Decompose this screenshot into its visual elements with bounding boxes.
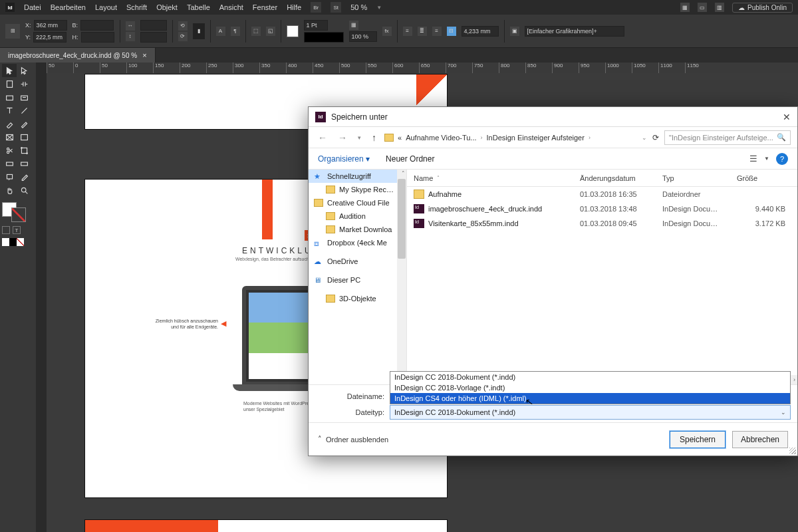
menu-hilfe[interactable]: Hilfe	[287, 3, 301, 11]
cancel-button[interactable]: Abbrechen	[732, 431, 788, 448]
color-mode-strip[interactable]	[2, 238, 31, 246]
distribute-icon[interactable]: ⊟	[447, 27, 456, 36]
chevron-down-icon[interactable]: ▼	[376, 5, 382, 11]
type-tool[interactable]	[2, 104, 17, 117]
pencil-tool[interactable]	[17, 117, 31, 130]
scale-x-icon[interactable]: ↔	[126, 21, 135, 31]
refresh-button[interactable]: ⟳	[652, 133, 659, 142]
menu-ansicht[interactable]: Ansicht	[219, 3, 243, 11]
view-mode-button[interactable]: ☰	[749, 154, 757, 164]
corner-icon[interactable]: ◱	[266, 27, 275, 36]
publish-online-button[interactable]: ☁Publish Onlin	[732, 3, 793, 13]
gap-tool[interactable]	[17, 77, 31, 90]
align-left-icon[interactable]: ≡	[403, 27, 412, 36]
zoom-level[interactable]: 50 %	[350, 3, 367, 11]
rotate-cw-icon[interactable]: ⟳	[178, 32, 188, 41]
color-apply-mode[interactable]: T	[2, 226, 31, 234]
nav-history-button[interactable]: ▾	[355, 134, 364, 141]
dialog-close-button[interactable]: ✕	[783, 112, 791, 122]
object-style-field[interactable]: [Einfacher Grafikrahmen]+	[525, 26, 624, 37]
scroll-thumb[interactable]	[398, 179, 406, 259]
frame-fit-icon[interactable]: ▣	[510, 27, 519, 36]
tree-scrollbar[interactable]: ˄ ˅	[397, 170, 406, 384]
filetype-option-indt[interactable]: InDesign CC 2018-Vorlage (*.indt)	[390, 382, 790, 393]
hand-tool[interactable]	[2, 184, 17, 197]
note-tool[interactable]	[2, 170, 17, 184]
tree-item[interactable]: Creative Cloud File	[309, 196, 406, 209]
help-button[interactable]: ?	[776, 153, 788, 165]
col-date[interactable]: Änderungsdatum	[573, 174, 656, 182]
menu-fenster[interactable]: Fenster	[253, 3, 277, 11]
scissors-tool[interactable]	[2, 144, 17, 157]
close-tab-icon[interactable]: ×	[142, 51, 146, 59]
nav-back-button[interactable]: ←	[315, 132, 330, 143]
content-placer-tool[interactable]	[17, 90, 31, 104]
tree-item[interactable]: 🖥Dieser PC	[309, 273, 406, 287]
crumb-dropdown-icon[interactable]: ⌄	[642, 134, 647, 141]
breadcrumb[interactable]: « Aufnahme Video-Tu... › InDesign Einste…	[384, 134, 647, 142]
stroke-style-field[interactable]	[304, 32, 344, 43]
free-transform-tool[interactable]	[17, 144, 31, 157]
scroll-right-icon[interactable]: ›	[791, 376, 797, 383]
screen-mode-icon[interactable]: ▭	[698, 3, 707, 12]
search-field[interactable]: "InDesign Einsteiger Aufsteige... 🔍	[664, 130, 791, 145]
stroke-weight-field[interactable]: 1 Pt	[304, 20, 328, 31]
align-center-icon[interactable]: ≣	[418, 27, 427, 36]
fill-swatch[interactable]	[287, 25, 299, 37]
hide-folders-toggle[interactable]: ˄Ordner ausblenden	[318, 435, 388, 444]
eyedropper-tool[interactable]	[17, 170, 31, 184]
col-size[interactable]: Größe	[730, 174, 797, 182]
h-field[interactable]	[81, 32, 114, 43]
content-collector-tool[interactable]	[2, 90, 17, 104]
tree-item[interactable]: ☁OneDrive	[309, 255, 406, 268]
col-type[interactable]: Typ	[656, 174, 730, 182]
menu-bearbeiten[interactable]: Bearbeiten	[51, 3, 86, 11]
gradient-feather-tool[interactable]	[17, 157, 31, 170]
opacity-field[interactable]: 100 %	[349, 31, 377, 42]
scale-x-field[interactable]	[140, 20, 167, 31]
document-tab[interactable]: imagebroschuere_4eck_druck.indd @ 50 % ×	[0, 48, 156, 63]
effects-icon[interactable]: fx	[382, 27, 392, 36]
file-row[interactable]: Aufnahme01.03.2018 16:35Dateiordner	[407, 187, 797, 201]
tree-item[interactable]: My Skype Rec…	[309, 183, 406, 196]
crumb-segment-1[interactable]: Aufnahme Video-Tu...	[406, 134, 476, 142]
para-icon[interactable]: ¶	[231, 27, 240, 36]
tree-item[interactable]: ⧈Dropbox (4eck Me	[309, 236, 406, 249]
rotate-ccw-icon[interactable]: ⟲	[178, 21, 188, 31]
scale-y-icon[interactable]: ↕	[126, 32, 135, 41]
bridge-button[interactable]: Br	[311, 2, 321, 13]
pen-tool[interactable]	[2, 117, 17, 130]
page-tool[interactable]	[2, 77, 17, 90]
x-field[interactable]: 362 mm	[34, 20, 67, 31]
rectangle-frame-tool[interactable]	[2, 130, 17, 144]
gradient-swatch-tool[interactable]	[2, 157, 17, 170]
spacing-field[interactable]: 4,233 mm	[462, 26, 499, 37]
file-row[interactable]: Visitenkarte_85x55mm.indd01.03.2018 09:4…	[407, 216, 797, 231]
file-row[interactable]: imagebroschuere_4eck_druck.indd01.03.201…	[407, 201, 797, 216]
char-icon[interactable]: A	[216, 27, 225, 36]
col-name[interactable]: Name˄	[407, 174, 573, 182]
tree-item[interactable]: ★Schnellzugriff	[309, 170, 406, 183]
align-right-icon[interactable]: ≡	[432, 27, 442, 36]
view-options-icon[interactable]: ▦	[680, 3, 690, 12]
selection-tool[interactable]	[2, 64, 17, 77]
nav-up-button[interactable]: ↑	[369, 132, 379, 143]
tree-item[interactable]: Market Downloa	[309, 223, 406, 236]
direct-selection-tool[interactable]	[17, 64, 31, 77]
rectangle-tool[interactable]	[17, 130, 31, 144]
fill-stroke-swatch[interactable]	[2, 202, 26, 222]
scroll-up-icon[interactable]: ˄	[402, 170, 405, 177]
flip-icon[interactable]: ▮	[193, 23, 205, 39]
filetype-select[interactable]: InDesign CC 2018-Dokument (*.indd)⌄	[390, 405, 791, 420]
zoom-tool[interactable]	[17, 184, 31, 197]
arrange-icon[interactable]: ▥	[715, 3, 724, 12]
menu-datei[interactable]: Datei	[24, 3, 41, 11]
save-button[interactable]: Speichern	[670, 431, 726, 448]
stock-button[interactable]: St	[331, 2, 341, 13]
menu-tabelle[interactable]: Tabelle	[187, 3, 210, 11]
align-stroke-icon[interactable]: ▦	[349, 21, 358, 30]
organize-button[interactable]: Organisieren ▾	[318, 154, 370, 164]
filetype-option-idml[interactable]: InDesign CS4 oder höher (IDML) (*.idml)	[390, 393, 790, 404]
resize-grip[interactable]	[789, 448, 796, 454]
menu-schrift[interactable]: Schrift	[126, 3, 147, 11]
